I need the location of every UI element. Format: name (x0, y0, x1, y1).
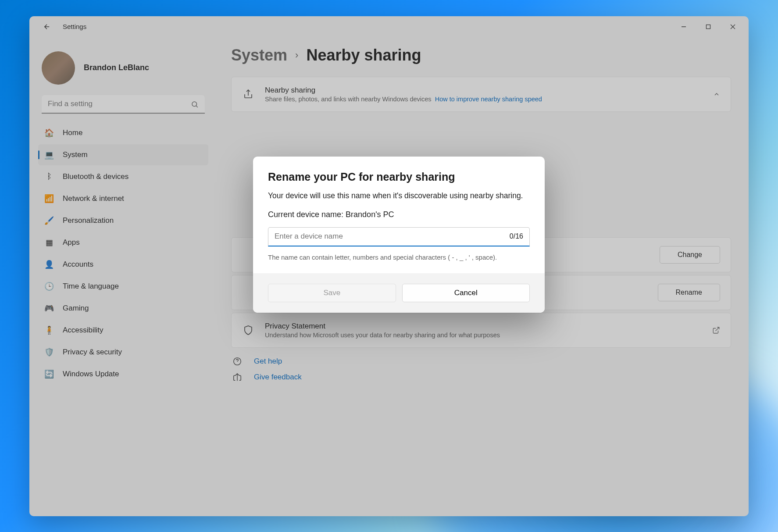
dialog-hint: The name can contain letter, numbers and… (268, 253, 530, 262)
device-name-input[interactable] (275, 232, 510, 241)
dialog-current-name: Current device name: Brandon's PC (268, 210, 530, 219)
cancel-button[interactable]: Cancel (402, 284, 530, 302)
char-counter: 0/16 (510, 232, 523, 240)
settings-window: Settings Brandon LeBlanc (29, 16, 749, 516)
dialog-description: Your device will use this name when it's… (268, 190, 530, 201)
rename-dialog: Rename your PC for nearby sharing Your d… (253, 157, 545, 313)
save-button[interactable]: Save (268, 284, 396, 302)
modal-overlay: Rename your PC for nearby sharing Your d… (29, 16, 749, 516)
dialog-title: Rename your PC for nearby sharing (268, 171, 530, 183)
dialog-footer: Save Cancel (253, 273, 545, 313)
dialog-input-wrap: 0/16 (268, 227, 530, 246)
